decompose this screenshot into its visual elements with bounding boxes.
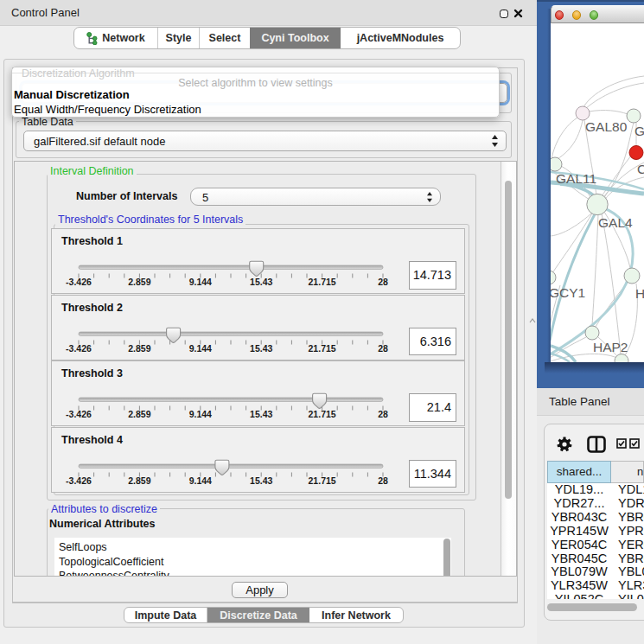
- svg-text:15.43: 15.43: [250, 475, 272, 486]
- svg-text:21.715: 21.715: [309, 409, 336, 419]
- svg-text:-3.426: -3.426: [66, 409, 92, 419]
- svg-text:9.144: 9.144: [189, 409, 212, 419]
- svg-text:28: 28: [378, 475, 388, 486]
- svg-text:GAL4: GAL4: [598, 215, 633, 230]
- svg-text:2.859: 2.859: [128, 343, 150, 354]
- svg-text:15.43: 15.43: [250, 343, 272, 354]
- svg-text:GAL80: GAL80: [585, 119, 628, 134]
- svg-text:GAL11: GAL11: [556, 171, 596, 186]
- svg-text:28: 28: [378, 343, 388, 354]
- svg-text:9.144: 9.144: [189, 277, 212, 287]
- svg-text:28: 28: [378, 409, 388, 419]
- svg-text:21.715: 21.715: [309, 475, 336, 486]
- svg-text:GCY1: GCY1: [551, 285, 585, 300]
- svg-text:21.715: 21.715: [309, 343, 336, 354]
- svg-text:9.144: 9.144: [189, 475, 212, 486]
- svg-text:-3.426: -3.426: [66, 277, 92, 287]
- svg-text:15.43: 15.43: [250, 409, 272, 419]
- svg-text:21.715: 21.715: [309, 277, 336, 287]
- svg-text:28: 28: [378, 277, 388, 287]
- svg-text:9.144: 9.144: [189, 343, 212, 354]
- svg-text:HAP2: HAP2: [593, 340, 628, 354]
- svg-text:15.43: 15.43: [250, 277, 272, 287]
- svg-text:2.859: 2.859: [128, 475, 150, 486]
- svg-text:2.859: 2.859: [128, 409, 150, 419]
- svg-text:2.859: 2.859: [128, 277, 150, 287]
- svg-text:-3.426: -3.426: [66, 343, 92, 354]
- svg-text:GA: GA: [634, 124, 644, 138]
- svg-text:-3.426: -3.426: [66, 475, 92, 486]
- svg-text:H: H: [635, 286, 644, 301]
- svg-text:C: C: [637, 162, 644, 176]
